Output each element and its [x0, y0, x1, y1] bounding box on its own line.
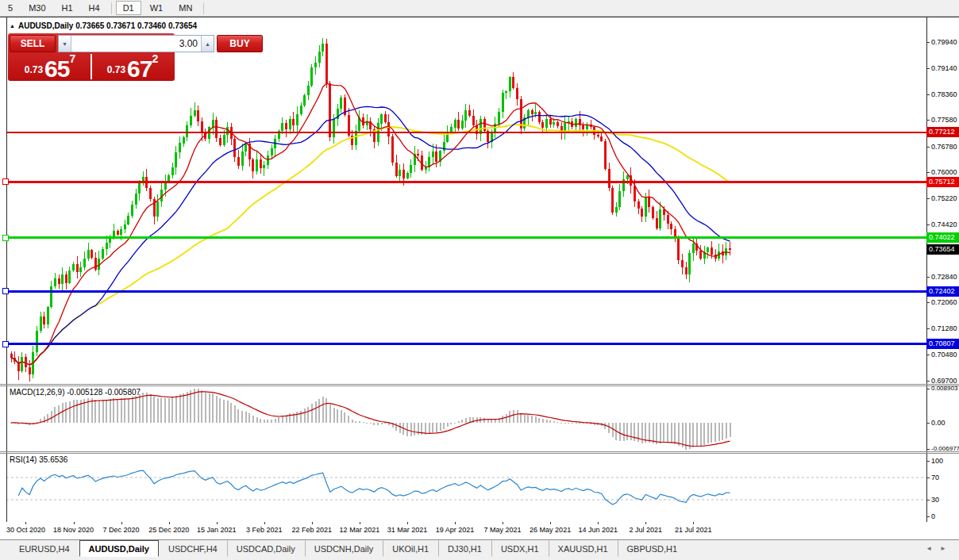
time-tick-label: 19 Apr 2021: [436, 526, 475, 534]
time-tick-label: 3 Feb 2021: [246, 526, 283, 534]
time-tick-mark: [264, 522, 265, 524]
rsi-indicator-canvas[interactable]: [6, 454, 926, 522]
price-tick-mark: [926, 328, 930, 329]
tf-button-H1[interactable]: H1: [55, 1, 80, 15]
price-tick-mark: [926, 381, 930, 382]
macd-indicator-canvas[interactable]: [6, 386, 926, 451]
tab-gbpusd-h1[interactable]: GBPUSD,H1: [618, 540, 687, 557]
tf-button-H4[interactable]: H4: [82, 1, 107, 15]
one-click-collapse-icon[interactable]: ▲: [10, 23, 15, 29]
price-tick-mark: [926, 198, 930, 199]
panel-splitter[interactable]: [0, 384, 959, 385]
current-price-badge: 0.73654: [926, 244, 959, 255]
hline-anchor-0.75712[interactable]: [2, 178, 9, 185]
time-tick-label: 25 Dec 2020: [148, 526, 189, 534]
price-tick-label: 0.71280: [931, 324, 957, 332]
sell-price-prefix: 0.73: [25, 64, 43, 75]
rsi-tick-mark: [926, 478, 930, 478]
macd-tick-label: 0.008903: [931, 385, 957, 392]
time-axis[interactable]: 30 Oct 202018 Nov 20207 Dec 202025 Dec 2…: [6, 522, 926, 538]
tab-scroll-arrows: ◄►: [926, 545, 954, 552]
hline-price-badge-0.70807: 0.70807: [926, 339, 959, 349]
macd-tick-label: 0.00: [931, 419, 946, 427]
rsi-tick-label: 70: [931, 474, 939, 481]
hline-anchor-0.72402[interactable]: [2, 288, 9, 294]
timeframe-toolbar: 5M30H1H4D1W1MN: [0, 0, 959, 17]
price-tick-label: 0.79940: [931, 38, 957, 46]
rsi-tick-mark: [926, 500, 930, 501]
hline-anchor-0.74022[interactable]: [2, 235, 9, 241]
time-tick-label: 15 Jan 2021: [197, 526, 237, 534]
price-tick-label: 0.75220: [931, 194, 957, 202]
sell-price-sup: 7: [69, 52, 75, 65]
time-tick-label: 12 Mar 2021: [340, 526, 380, 534]
price-tick-label: 0.76000: [931, 168, 957, 176]
toolbar-separator: [203, 2, 204, 14]
chart-title-text: AUDUSD,Daily 0.73665 0.73671 0.73460 0.7…: [18, 21, 197, 30]
hline-price-badge-0.77212: 0.77212: [926, 127, 959, 137]
price-axis[interactable]: 0.799400.791400.783600.775800.767800.760…: [926, 0, 959, 538]
tab-scroll-right-icon[interactable]: ►: [940, 545, 954, 552]
panel-splitter[interactable]: [0, 453, 959, 454]
macd-signal-line: [11, 392, 730, 447]
rsi-tick-label: 100: [931, 457, 943, 465]
one-click-trading-panel: SELL ▼ ▲ BUY 0.73657 0.73672: [8, 33, 175, 81]
price-tick-label: 0.70480: [931, 351, 957, 359]
tab-usdcnh-daily[interactable]: USDCNH,Daily: [305, 540, 383, 557]
price-tick-label: 0.72060: [931, 298, 957, 306]
chart-tab-bar: EURUSD,H4AUDUSD,DailyUSDCHF,H4USDCAD,Dai…: [0, 539, 959, 560]
volume-decrease-icon[interactable]: ▼: [59, 36, 71, 52]
volume-increase-icon[interactable]: ▲: [201, 36, 214, 52]
price-tick-mark: [926, 42, 930, 43]
volume-stepper: ▼ ▲: [58, 35, 214, 52]
time-tick-mark: [169, 522, 170, 524]
price-tick-label: 0.69700: [931, 377, 957, 385]
tab-dj30-h1[interactable]: DJ30,H1: [438, 540, 491, 557]
time-tick-label: 7 Dec 2020: [103, 526, 140, 534]
price-tick-label: 0.72840: [931, 273, 957, 281]
tab-usdcad-daily[interactable]: USDCAD,Daily: [227, 540, 305, 557]
price-tick-mark: [926, 224, 930, 225]
sell-button[interactable]: SELL: [10, 35, 56, 52]
toolbar-separator: [111, 2, 112, 14]
rsi-tick-label: 0: [931, 512, 935, 520]
time-tick-mark: [312, 522, 313, 524]
price-tick-mark: [926, 172, 930, 173]
price-tick-label: 0.79140: [931, 64, 957, 72]
tf-button-MN[interactable]: MN: [171, 1, 199, 15]
rsi-tick-mark: [926, 516, 930, 517]
price-tick-label: 0.78360: [931, 90, 957, 98]
ma-mid-line: [11, 106, 730, 365]
tab-scroll-left-icon[interactable]: ◄: [926, 545, 940, 552]
panel-splitter[interactable]: [0, 451, 959, 452]
macd-indicator-label: MACD(12,26,9) -0.005128 -0.005807: [10, 388, 141, 397]
buy-button[interactable]: BUY: [217, 35, 263, 52]
time-tick-label: 7 May 2021: [484, 526, 522, 534]
time-tick-label: 26 May 2021: [530, 526, 571, 534]
price-tick-mark: [926, 68, 930, 69]
tab-audusd-daily[interactable]: AUDUSD,Daily: [79, 540, 159, 557]
time-tick-label: 22 Feb 2021: [292, 526, 333, 534]
sell-price-panel[interactable]: 0.73657: [10, 54, 91, 79]
tab-eurusd-h4[interactable]: EURUSD,H4: [10, 540, 79, 557]
volume-input[interactable]: [71, 36, 201, 52]
price-tick-label: 0.74420: [931, 221, 957, 228]
chart-title: ▲AUDUSD,Daily 0.73665 0.73671 0.73460 0.…: [10, 21, 197, 30]
tf-button-M30[interactable]: M30: [21, 1, 52, 15]
panel-splitter[interactable]: [0, 385, 959, 386]
tab-usdchf-h4[interactable]: USDCHF,H4: [159, 540, 227, 557]
time-tick-mark: [25, 522, 26, 524]
time-tick-label: 14 Jun 2021: [578, 526, 618, 534]
time-tick-mark: [121, 522, 122, 524]
tf-button-W1[interactable]: W1: [143, 1, 171, 15]
price-tick-label: 0.77580: [931, 116, 957, 124]
buy-price-panel[interactable]: 0.73672: [92, 54, 173, 79]
tf-button-D1[interactable]: D1: [116, 1, 141, 15]
tab-xauusd-h1[interactable]: XAUUSD,H1: [549, 540, 618, 557]
time-tick-mark: [693, 522, 694, 524]
tf-button-5[interactable]: 5: [1, 1, 20, 15]
time-tick-label: 18 Nov 2020: [53, 526, 94, 534]
hline-anchor-0.70807[interactable]: [2, 341, 9, 347]
tab-ukoil-h1[interactable]: UKOil,H1: [383, 540, 438, 557]
tab-usdx-h1[interactable]: USDX,H1: [491, 540, 549, 557]
